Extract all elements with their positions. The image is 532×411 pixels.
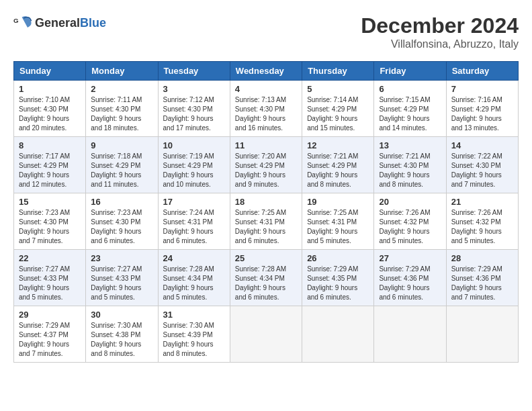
header: G GeneralBlue December 2024 Villalfonsin… — [13, 13, 519, 50]
col-thursday: Thursday — [302, 62, 374, 81]
day-info: Sunrise: 7:27 AMSunset: 4:33 PMDaylight:… — [19, 265, 81, 302]
logo-text-blue: Blue — [80, 16, 106, 30]
svg-text:G: G — [13, 17, 19, 24]
table-row: 31Sunrise: 7:30 AMSunset: 4:39 PMDayligh… — [158, 306, 230, 363]
table-row: 6Sunrise: 7:15 AMSunset: 4:29 PMDaylight… — [374, 81, 446, 137]
day-number: 30 — [91, 310, 152, 320]
table-row: 28Sunrise: 7:29 AMSunset: 4:36 PMDayligh… — [446, 250, 518, 306]
day-info: Sunrise: 7:18 AMSunset: 4:29 PMDaylight:… — [91, 152, 152, 189]
table-row: 14Sunrise: 7:22 AMSunset: 4:30 PMDayligh… — [446, 137, 518, 193]
day-info: Sunrise: 7:10 AMSunset: 4:30 PMDaylight:… — [19, 95, 81, 133]
title-area: December 2024 Villalfonsina, Abruzzo, It… — [361, 13, 519, 50]
day-number: 27 — [379, 253, 441, 263]
day-number: 26 — [307, 253, 369, 263]
table-row: 5Sunrise: 7:14 AMSunset: 4:29 PMDaylight… — [302, 81, 374, 137]
day-number: 4 — [235, 84, 297, 94]
day-info: Sunrise: 7:29 AMSunset: 4:36 PMDaylight:… — [451, 265, 513, 302]
day-number: 22 — [19, 253, 81, 263]
main-title: December 2024 — [361, 13, 519, 38]
day-number: 31 — [163, 310, 225, 320]
day-number: 13 — [379, 140, 441, 150]
day-info: Sunrise: 7:30 AMSunset: 4:39 PMDaylight:… — [163, 321, 225, 359]
day-info: Sunrise: 7:30 AMSunset: 4:38 PMDaylight:… — [91, 321, 152, 359]
table-row: 11Sunrise: 7:20 AMSunset: 4:29 PMDayligh… — [230, 137, 302, 193]
day-info: Sunrise: 7:29 AMSunset: 4:35 PMDaylight:… — [307, 265, 369, 302]
table-row: 29Sunrise: 7:29 AMSunset: 4:37 PMDayligh… — [14, 306, 86, 363]
day-info: Sunrise: 7:26 AMSunset: 4:32 PMDaylight:… — [379, 208, 441, 246]
table-row — [446, 306, 518, 363]
table-row: 20Sunrise: 7:26 AMSunset: 4:32 PMDayligh… — [374, 193, 446, 250]
table-row: 19Sunrise: 7:25 AMSunset: 4:31 PMDayligh… — [302, 193, 374, 250]
table-row: 3Sunrise: 7:12 AMSunset: 4:30 PMDaylight… — [158, 81, 230, 137]
day-info: Sunrise: 7:28 AMSunset: 4:34 PMDaylight:… — [163, 265, 225, 302]
col-saturday: Saturday — [446, 62, 518, 81]
day-number: 18 — [235, 197, 297, 207]
day-info: Sunrise: 7:21 AMSunset: 4:29 PMDaylight:… — [307, 152, 369, 189]
col-tuesday: Tuesday — [158, 62, 230, 81]
calendar-row: 1Sunrise: 7:10 AMSunset: 4:30 PMDaylight… — [14, 81, 519, 137]
day-number: 5 — [307, 84, 369, 94]
day-number: 28 — [451, 253, 513, 263]
col-sunday: Sunday — [14, 62, 86, 81]
table-row: 27Sunrise: 7:29 AMSunset: 4:36 PMDayligh… — [374, 250, 446, 306]
day-number: 2 — [91, 84, 152, 94]
day-number: 9 — [91, 140, 152, 150]
day-number: 10 — [163, 140, 225, 150]
day-info: Sunrise: 7:28 AMSunset: 4:34 PMDaylight:… — [235, 265, 297, 302]
day-number: 16 — [91, 197, 152, 207]
calendar-row: 15Sunrise: 7:23 AMSunset: 4:30 PMDayligh… — [14, 193, 519, 250]
table-row: 15Sunrise: 7:23 AMSunset: 4:30 PMDayligh… — [14, 193, 86, 250]
table-row — [302, 306, 374, 363]
day-info: Sunrise: 7:22 AMSunset: 4:30 PMDaylight:… — [451, 152, 513, 189]
table-row: 22Sunrise: 7:27 AMSunset: 4:33 PMDayligh… — [14, 250, 86, 306]
col-friday: Friday — [374, 62, 446, 81]
table-row: 12Sunrise: 7:21 AMSunset: 4:29 PMDayligh… — [302, 137, 374, 193]
day-number: 25 — [235, 253, 297, 263]
day-info: Sunrise: 7:20 AMSunset: 4:29 PMDaylight:… — [235, 152, 297, 189]
day-info: Sunrise: 7:13 AMSunset: 4:30 PMDaylight:… — [235, 95, 297, 133]
day-info: Sunrise: 7:12 AMSunset: 4:30 PMDaylight:… — [163, 95, 225, 133]
day-info: Sunrise: 7:29 AMSunset: 4:37 PMDaylight:… — [19, 321, 81, 359]
logo: G GeneralBlue — [13, 13, 106, 32]
table-row: 25Sunrise: 7:28 AMSunset: 4:34 PMDayligh… — [230, 250, 302, 306]
day-number: 21 — [451, 197, 513, 207]
table-row: 2Sunrise: 7:11 AMSunset: 4:30 PMDaylight… — [86, 81, 158, 137]
table-row: 4Sunrise: 7:13 AMSunset: 4:30 PMDaylight… — [230, 81, 302, 137]
day-info: Sunrise: 7:27 AMSunset: 4:33 PMDaylight:… — [91, 265, 152, 302]
day-number: 11 — [235, 140, 297, 150]
day-info: Sunrise: 7:24 AMSunset: 4:31 PMDaylight:… — [163, 208, 225, 246]
col-wednesday: Wednesday — [230, 62, 302, 81]
table-row: 7Sunrise: 7:16 AMSunset: 4:29 PMDaylight… — [446, 81, 518, 137]
day-info: Sunrise: 7:21 AMSunset: 4:30 PMDaylight:… — [379, 152, 441, 189]
table-row: 8Sunrise: 7:17 AMSunset: 4:29 PMDaylight… — [14, 137, 86, 193]
day-info: Sunrise: 7:29 AMSunset: 4:36 PMDaylight:… — [379, 265, 441, 302]
table-row: 21Sunrise: 7:26 AMSunset: 4:32 PMDayligh… — [446, 193, 518, 250]
day-info: Sunrise: 7:14 AMSunset: 4:29 PMDaylight:… — [307, 95, 369, 133]
day-info: Sunrise: 7:15 AMSunset: 4:29 PMDaylight:… — [379, 95, 441, 133]
calendar-row: 29Sunrise: 7:29 AMSunset: 4:37 PMDayligh… — [14, 306, 519, 363]
day-number: 14 — [451, 140, 513, 150]
day-number: 8 — [19, 140, 81, 150]
calendar-row: 8Sunrise: 7:17 AMSunset: 4:29 PMDaylight… — [14, 137, 519, 193]
day-number: 6 — [379, 84, 441, 94]
calendar: Sunday Monday Tuesday Wednesday Thursday… — [13, 61, 519, 363]
day-info: Sunrise: 7:11 AMSunset: 4:30 PMDaylight:… — [91, 95, 152, 133]
table-row: 10Sunrise: 7:19 AMSunset: 4:29 PMDayligh… — [158, 137, 230, 193]
day-info: Sunrise: 7:25 AMSunset: 4:31 PMDaylight:… — [307, 208, 369, 246]
calendar-header-row: Sunday Monday Tuesday Wednesday Thursday… — [14, 62, 519, 81]
table-row: 1Sunrise: 7:10 AMSunset: 4:30 PMDaylight… — [14, 81, 86, 137]
day-info: Sunrise: 7:19 AMSunset: 4:29 PMDaylight:… — [163, 152, 225, 189]
day-info: Sunrise: 7:26 AMSunset: 4:32 PMDaylight:… — [451, 208, 513, 246]
table-row: 30Sunrise: 7:30 AMSunset: 4:38 PMDayligh… — [86, 306, 158, 363]
day-info: Sunrise: 7:25 AMSunset: 4:31 PMDaylight:… — [235, 208, 297, 246]
day-number: 19 — [307, 197, 369, 207]
table-row: 26Sunrise: 7:29 AMSunset: 4:35 PMDayligh… — [302, 250, 374, 306]
calendar-row: 22Sunrise: 7:27 AMSunset: 4:33 PMDayligh… — [14, 250, 519, 306]
table-row: 16Sunrise: 7:23 AMSunset: 4:30 PMDayligh… — [86, 193, 158, 250]
day-number: 29 — [19, 310, 81, 320]
day-info: Sunrise: 7:16 AMSunset: 4:29 PMDaylight:… — [451, 95, 513, 133]
day-number: 15 — [19, 197, 81, 207]
table-row: 13Sunrise: 7:21 AMSunset: 4:30 PMDayligh… — [374, 137, 446, 193]
logo-icon: G — [13, 13, 32, 32]
table-row — [374, 306, 446, 363]
